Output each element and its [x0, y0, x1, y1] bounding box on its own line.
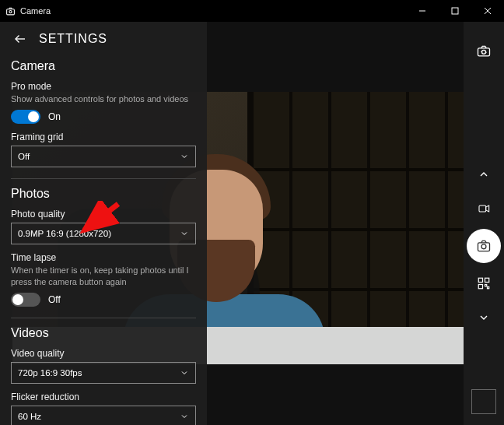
svg-rect-15	[488, 287, 489, 289]
pro-mode-state: On	[48, 111, 61, 122]
video-quality-value: 720p 16:9 30fps	[18, 368, 82, 378]
pro-mode-sublabel: Show advanced controls for photos and vi…	[11, 93, 196, 105]
flicker-setting: Flicker reduction 60 Hz	[11, 392, 196, 425]
svg-rect-7	[479, 205, 486, 212]
minimize-button[interactable]	[406, 0, 439, 22]
section-photos: Photos	[11, 187, 196, 201]
svg-rect-11	[478, 278, 482, 282]
svg-rect-13	[478, 285, 482, 289]
last-capture-thumbnail[interactable]	[471, 389, 496, 414]
flicker-label: Flicker reduction	[11, 392, 196, 402]
flicker-value: 60 Hz	[18, 412, 41, 421]
svg-point-1	[9, 10, 11, 12]
switch-camera-icon[interactable]	[464, 36, 504, 67]
time-lapse-sublabel: When the timer is on, keep taking photos…	[11, 265, 196, 288]
app-icon	[5, 5, 16, 16]
photo-quality-select[interactable]: 0.9MP 16:9 (1280x720)	[11, 223, 196, 244]
photo-quality-label: Photo quality	[11, 209, 196, 220]
maximize-button[interactable]	[439, 0, 471, 22]
framing-grid-setting: Framing grid Off	[11, 132, 196, 167]
video-mode-icon[interactable]	[464, 193, 504, 224]
video-quality-select[interactable]: 720p 16:9 30fps	[11, 362, 196, 384]
time-lapse-state: Off	[48, 294, 61, 305]
time-lapse-label: Time lapse	[11, 252, 196, 263]
chevron-up-icon[interactable]	[464, 156, 504, 193]
pro-mode-label: Pro mode	[11, 81, 196, 92]
shutter-button[interactable]	[467, 229, 501, 263]
svg-rect-14	[485, 285, 487, 286]
svg-rect-3	[452, 8, 458, 14]
pro-mode-toggle[interactable]	[11, 110, 40, 124]
back-button[interactable]	[11, 30, 30, 48]
svg-rect-6	[478, 48, 490, 56]
settings-panel: SETTINGS Camera Pro mode Show advanced c…	[0, 22, 207, 425]
title-bar: Camera	[0, 0, 504, 22]
flicker-select[interactable]: 60 Hz	[11, 406, 196, 425]
video-quality-setting: Video quality 720p 16:9 30fps	[11, 348, 196, 384]
app-title: Camera	[20, 6, 51, 16]
framing-grid-value: Off	[18, 152, 30, 161]
right-control-bar	[464, 22, 504, 425]
chevron-down-icon[interactable]	[464, 299, 504, 336]
svg-point-10	[481, 244, 486, 249]
svg-marker-8	[486, 205, 489, 212]
section-camera: Camera	[11, 59, 196, 73]
svg-rect-12	[485, 278, 489, 282]
close-button[interactable]	[471, 0, 504, 22]
time-lapse-toggle[interactable]	[11, 293, 40, 307]
video-quality-label: Video quality	[11, 348, 196, 359]
photo-quality-value: 0.9MP 16:9 (1280x720)	[18, 229, 111, 238]
svg-rect-0	[6, 9, 14, 14]
framing-grid-select[interactable]: Off	[11, 146, 196, 167]
panel-title: SETTINGS	[39, 32, 107, 46]
pro-mode-setting: Pro mode Show advanced controls for phot…	[11, 81, 196, 124]
time-lapse-setting: Time lapse When the timer is on, keep ta…	[11, 252, 196, 307]
qr-mode-icon[interactable]	[464, 268, 504, 299]
photo-quality-setting: Photo quality 0.9MP 16:9 (1280x720)	[11, 209, 196, 244]
framing-grid-label: Framing grid	[11, 132, 196, 142]
section-videos: Videos	[11, 326, 196, 340]
